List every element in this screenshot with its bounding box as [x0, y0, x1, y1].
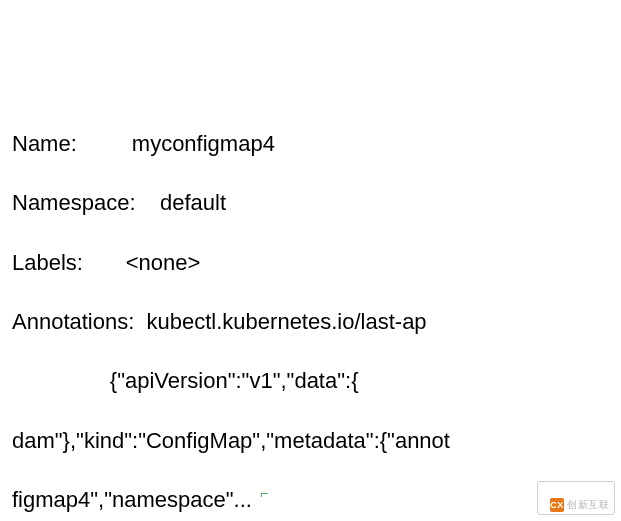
name-key: Name: — [12, 131, 77, 156]
header-annotations-line: Annotations: kubectl.kubernetes.io/last-… — [12, 307, 609, 337]
header-namespace-line: Namespace: default — [12, 188, 609, 218]
annotations-key: Annotations: — [12, 309, 134, 334]
header-name-line: Name: myconfigmap4 — [12, 129, 609, 159]
namespace-key: Namespace: — [12, 190, 136, 215]
cursor-indicator: ⌐ — [260, 484, 268, 503]
annotations-line3: dam"},"kind":"ConfigMap","metadata":{"an… — [12, 426, 609, 456]
watermark: CX创新互联 — [537, 481, 615, 515]
annotations-value: kubectl.kubernetes.io/last-ap — [147, 309, 427, 334]
watermark-logo: CX — [550, 498, 564, 512]
labels-value: <none> — [126, 250, 201, 275]
watermark-text: 创新互联 — [567, 499, 609, 510]
annotations-line4: figmap4","namespace"... — [12, 485, 609, 515]
header-labels-line: Labels: <none> — [12, 248, 609, 278]
annotations-line2: {"apiVersion":"v1","data":{ — [12, 366, 609, 396]
namespace-value: default — [160, 190, 226, 215]
labels-key: Labels: — [12, 250, 83, 275]
name-value: myconfigmap4 — [132, 131, 275, 156]
